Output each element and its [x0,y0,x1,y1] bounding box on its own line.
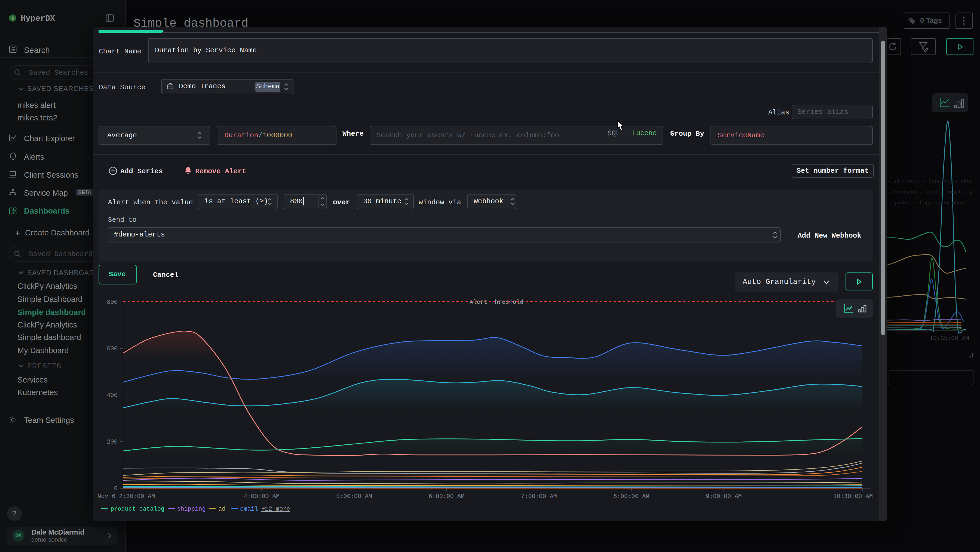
svg-text:7:00:00 AM: 7:00:00 AM [521,493,557,500]
svg-text:product-catalog: product-catalog [111,506,164,512]
svg-text:6:00:00 AM: 6:00:00 AM [428,493,465,500]
svg-text:Nov 6 2:30:00 AM: Nov 6 2:30:00 AM [97,493,155,500]
svg-text:200: 200 [107,439,118,445]
svg-text:5:00:00 AM: 5:00:00 AM [336,493,372,500]
svg-text:email: email [240,506,258,512]
svg-text:0: 0 [114,485,118,492]
svg-text:400: 400 [107,392,118,399]
svg-text:9:00:00 AM: 9:00:00 AM [706,493,742,500]
svg-text:8:00:00 AM: 8:00:00 AM [613,493,649,500]
svg-text:800: 800 [107,299,118,306]
svg-text:Alert Threshold: Alert Threshold [469,299,523,306]
svg-text:600: 600 [107,346,118,352]
svg-text:4:00:00 AM: 4:00:00 AM [243,493,280,500]
svg-text:10:30:00 AM: 10:30:00 AM [833,493,873,500]
svg-text:ad: ad [218,506,225,512]
svg-text:+12 more: +12 more [261,506,290,512]
svg-text:shipping: shipping [177,506,206,512]
